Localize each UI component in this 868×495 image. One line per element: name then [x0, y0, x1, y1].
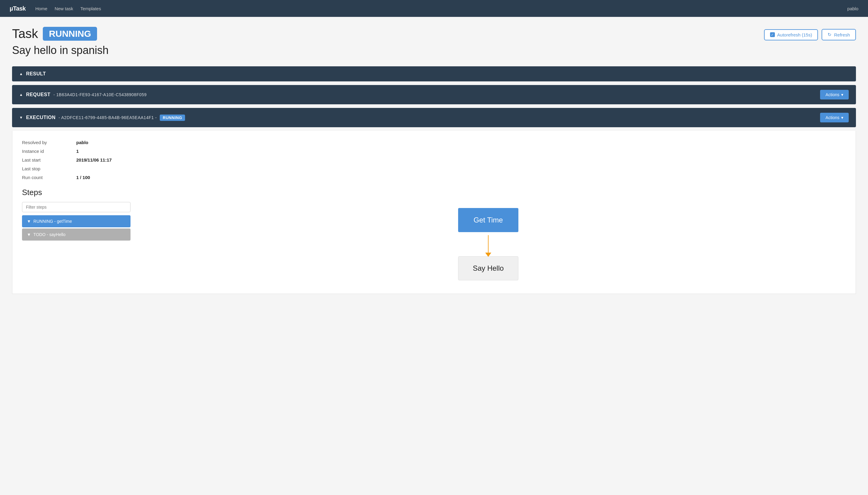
step-gettime-label: RUNNING - getTime [33, 219, 72, 224]
task-header: Task RUNNING Say hello in spanish ✓ Auto… [12, 27, 856, 57]
request-actions-chevron-icon: ▾ [841, 92, 843, 97]
request-id: - 1B63A4D1-FE93-4167-A10E-C5438908F059 [53, 92, 146, 97]
task-subtitle: Say hello in spanish [12, 44, 108, 57]
task-title-area: Task RUNNING Say hello in spanish [12, 27, 108, 57]
execution-section-bar[interactable]: ▼ EXECUTION - A2DFCE11-6799-4485-BA4B-96… [12, 108, 856, 127]
request-section-bar[interactable]: ▲ REQUEST - 1B63A4D1-FE93-4167-A10E-C543… [12, 85, 856, 104]
request-section-left: ▲ REQUEST - 1B63A4D1-FE93-4167-A10E-C543… [19, 92, 147, 97]
flow-arrow [488, 232, 489, 256]
task-actions: ✓ Autorefresh (15s) ↻ Refresh [764, 29, 856, 40]
execution-actions-chevron-icon: ▾ [841, 115, 843, 120]
execution-id: - A2DFCE11-6799-4485-BA4B-96EA5EAA14F1 - [58, 115, 157, 120]
step-item-gettime[interactable]: ▼ RUNNING - getTime [22, 215, 131, 227]
autorefresh-label: Autorefresh (15s) [777, 32, 812, 37]
resolved-by-label: Resolved by [22, 140, 76, 145]
result-section-bar[interactable]: ▲ RESULT [12, 66, 856, 81]
step-item-sayhello[interactable]: ▼ TODO - sayHello [22, 228, 131, 241]
result-title: RESULT [26, 71, 46, 76]
run-count-label: Run count [22, 175, 76, 180]
filter-steps-input[interactable] [22, 202, 131, 212]
steps-title: Steps [22, 188, 846, 197]
nav-home[interactable]: Home [35, 6, 47, 11]
flow-node-sayhello[interactable]: Say Hello [458, 256, 518, 280]
request-actions-button[interactable]: Actions ▾ [820, 90, 849, 100]
navbar: µTask Home New task Templates pablo [0, 0, 868, 17]
last-stop-label: Last stop [22, 166, 76, 171]
run-count-row: Run count 1 / 100 [22, 173, 846, 182]
last-start-label: Last start [22, 157, 76, 163]
step-running-chevron-icon: ▼ [27, 219, 31, 224]
refresh-button[interactable]: ↻ Refresh [821, 29, 856, 40]
execution-title: EXECUTION [26, 115, 55, 120]
result-chevron-icon: ▲ [19, 72, 23, 76]
execution-actions-button[interactable]: Actions ▾ [820, 113, 849, 122]
request-title: REQUEST [26, 92, 50, 97]
flow-node-gettime-label: Get Time [473, 216, 503, 224]
brand-logo: µTask [10, 5, 25, 12]
steps-list: ▼ RUNNING - getTime ▼ TODO - sayHello [22, 202, 131, 286]
last-stop-row: Last stop [22, 164, 846, 173]
main-content: Task RUNNING Say hello in spanish ✓ Auto… [0, 17, 868, 307]
run-count-value: 1 / 100 [76, 175, 90, 180]
instance-id-row: Instance id 1 [22, 147, 846, 156]
nav-links: Home New task Templates [35, 6, 847, 11]
autorefresh-button[interactable]: ✓ Autorefresh (15s) [764, 29, 818, 40]
flow-node-sayhello-label: Say Hello [473, 264, 504, 273]
flow-diagram: Get Time Say Hello [131, 202, 846, 286]
flow-node-gettime[interactable]: Get Time [458, 208, 518, 232]
refresh-label: Refresh [834, 32, 850, 37]
step-sayhello-label: TODO - sayHello [33, 232, 65, 237]
refresh-icon: ↻ [828, 32, 832, 37]
steps-container: ▼ RUNNING - getTime ▼ TODO - sayHello Ge… [22, 202, 846, 286]
task-title-line: Task RUNNING [12, 27, 108, 41]
last-start-row: Last start 2019/11/06 11:17 [22, 156, 846, 164]
task-status-badge: RUNNING [43, 27, 97, 41]
execution-chevron-icon: ▼ [19, 116, 23, 120]
execution-section-left: ▼ EXECUTION - A2DFCE11-6799-4485-BA4B-96… [19, 115, 185, 121]
step-todo-chevron-icon: ▼ [27, 232, 31, 237]
result-section-left: ▲ RESULT [19, 71, 46, 76]
instance-id-label: Instance id [22, 149, 76, 154]
last-start-value: 2019/11/06 11:17 [76, 157, 112, 163]
autorefresh-checkbox-icon: ✓ [770, 32, 775, 37]
user-label: pablo [847, 6, 858, 11]
nav-new-task[interactable]: New task [55, 6, 73, 11]
execution-actions-label: Actions [826, 115, 839, 120]
request-chevron-icon: ▲ [19, 92, 23, 97]
instance-id-value: 1 [76, 149, 79, 154]
resolved-by-row: Resolved by pablo [22, 138, 846, 147]
request-actions-label: Actions [826, 92, 839, 97]
execution-details: Resolved by pablo Instance id 1 Last sta… [12, 131, 856, 294]
nav-templates[interactable]: Templates [81, 6, 101, 11]
resolved-by-value: pablo [76, 140, 88, 145]
task-label: Task [12, 27, 38, 41]
execution-status-badge: RUNNING [160, 115, 185, 121]
